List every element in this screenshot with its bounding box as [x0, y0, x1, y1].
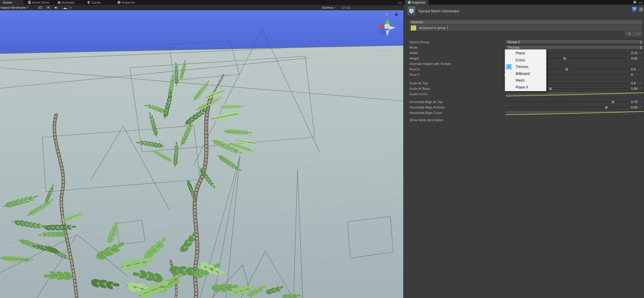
tab-asset-store[interactable]: Asset Store	[25, 0, 52, 5]
row-label: Scale At Top	[409, 81, 428, 85]
chevron-down-icon: ▾	[345, 6, 346, 9]
dropdown-option-plane[interactable]: Plane	[505, 50, 546, 57]
axis-x-label[interactable]: x	[375, 24, 377, 27]
scene-viewport[interactable]: y x z ‹ Persp	[0, 10, 403, 298]
search-placeholder: All	[346, 6, 350, 10]
image-icon	[63, 6, 68, 9]
slider-track[interactable]	[505, 107, 628, 108]
tab-scene[interactable]: Scene	[0, 0, 24, 5]
dropdown-option-mesh[interactable]: Mesh	[505, 77, 546, 84]
meshes-section-header[interactable]: Meshes	[409, 20, 642, 24]
gear-icon[interactable]	[639, 7, 643, 12]
dropdown-arrows-icon: ▲▼	[640, 46, 642, 50]
sprout-group-dropdown[interactable]: Group 1▲▼	[505, 40, 643, 44]
info-icon: i	[118, 1, 121, 4]
value-field[interactable]: 4.83	[630, 56, 643, 60]
audio-toggle[interactable]	[52, 5, 60, 10]
gizmos-dropdown[interactable]: Gizmos ▾	[320, 5, 337, 10]
tab-inspector[interactable]: i Inspector	[405, 0, 428, 5]
dropdown-option-tricross[interactable]: ✓ Tricross	[505, 63, 546, 70]
value-field[interactable]: 0	[630, 73, 643, 77]
row-label: Horizontal Align At Base	[409, 105, 445, 109]
option-label: Billboard	[516, 72, 530, 76]
value-field[interactable]: 0.9	[630, 81, 643, 85]
toolbar-divider	[35, 6, 35, 9]
slider-handle[interactable]	[549, 87, 552, 90]
row-label: Scale Curve	[409, 92, 427, 96]
curve-field[interactable]	[505, 92, 644, 97]
value-field[interactable]: 0.5	[630, 67, 643, 71]
orientation-gizmo[interactable]: y x z	[370, 10, 403, 45]
add-mesh-button[interactable]: +	[625, 31, 634, 37]
scene-tab-menu[interactable]: ▾≡	[398, 1, 402, 5]
speaker-icon	[54, 6, 58, 9]
mode-dropdown-popup: Plane Cross ✓ Tricross Billboard Mesh Pl…	[505, 49, 546, 91]
meshes-list-footer: + −	[625, 31, 643, 37]
value-field[interactable]: 3.16	[630, 51, 643, 55]
slider-track[interactable]	[505, 102, 628, 103]
menu-icon: ≡	[400, 1, 402, 5]
persp-label: Persp	[380, 48, 389, 51]
row-label: Sprout Group	[409, 40, 429, 44]
inspector-lock[interactable]	[633, 1, 636, 3]
effects-toggle[interactable]	[61, 5, 69, 10]
chevron-down-icon: ▾	[27, 6, 28, 9]
option-label: Plane X	[516, 85, 528, 89]
2d-toggle[interactable]: 2D	[36, 5, 44, 10]
projection-toggle[interactable]: ‹ Persp	[378, 47, 389, 52]
tab-animator[interactable]: Animator	[55, 0, 78, 5]
chevron-down-icon: ▾	[334, 6, 336, 9]
tab-inspector-label: Inspector	[412, 1, 426, 4]
draw-mode-dropdown[interactable]: haded Wireframe ▾	[0, 5, 34, 10]
inspector-panel: i Inspector ▾≡ Sprout Mesh Generator ?	[403, 0, 644, 298]
row-label: Override Height with Texture	[409, 62, 451, 66]
value-field[interactable]: 1.84	[630, 86, 643, 91]
inspector-tabbar: i Inspector ▾≡	[403, 0, 644, 5]
option-label: Mesh	[516, 78, 524, 83]
sun-icon: ☀	[47, 5, 50, 10]
component-header: Sprout Mesh Generator ?	[403, 5, 644, 18]
2d-label: 2D	[38, 6, 42, 9]
animator-icon	[58, 1, 60, 4]
effects-dropdown[interactable]: ▾	[69, 5, 72, 10]
draw-mode-label: haded Wireframe	[1, 6, 26, 9]
component-title: Sprout Mesh Generator	[418, 9, 459, 13]
dropdown-arrows-icon: ▲▼	[640, 40, 642, 44]
dropdown-option-billboard[interactable]: Billboard	[505, 70, 546, 77]
tab-inspector-left[interactable]: i Inspector	[115, 0, 138, 5]
mode-dropdown[interactable]: Tricross▲▼	[505, 45, 643, 50]
row-label: Pivot Y	[409, 73, 420, 76]
remove-mesh-button[interactable]: −	[634, 31, 642, 37]
help-icon[interactable]: ?	[632, 7, 637, 12]
curve-field[interactable]	[505, 111, 644, 116]
row-label: Height	[409, 57, 419, 60]
tab-animator-label: Animator	[62, 1, 75, 4]
axis-y-label[interactable]: y	[386, 12, 388, 15]
value-field[interactable]: 0.65	[630, 105, 643, 109]
scene-panel: Scene Asset Store Animator Game i Inspec…	[0, 0, 403, 298]
slider-handle[interactable]	[565, 68, 568, 71]
mesh-swatch	[411, 25, 417, 31]
scene-render	[0, 10, 403, 298]
inspector-tab-menu[interactable]: ▾≡	[639, 1, 643, 5]
option-label: Tricross	[516, 65, 528, 69]
meshes-list-item[interactable]: Assigned to group 1	[409, 24, 642, 31]
chevron-down-icon: ▾	[70, 6, 72, 9]
dropdown-option-cross[interactable]: Cross	[505, 57, 546, 64]
row-label: Mode	[409, 46, 418, 49]
axis-z-label[interactable]: z	[379, 34, 380, 37]
slider-handle[interactable]	[563, 57, 566, 60]
tab-inspector-left-label: Inspector	[122, 1, 135, 4]
scene-toolbar: haded Wireframe ▾ 2D ☀ ▾ Gizmos ▾	[0, 5, 403, 11]
row-label: Pivot X	[409, 67, 420, 71]
row-label: Show fields description	[409, 118, 443, 122]
scene-search-input[interactable]: ▾ All	[339, 5, 402, 10]
slider-handle[interactable]	[605, 106, 608, 109]
lighting-toggle[interactable]: ☀	[45, 5, 52, 10]
value-field[interactable]: 0.76	[630, 100, 643, 104]
scene-lock-icon[interactable]	[395, 14, 398, 16]
show-fields-description-checkbox[interactable]	[505, 118, 509, 122]
tab-game[interactable]: Game	[85, 0, 103, 5]
slider-handle[interactable]	[611, 100, 615, 104]
dropdown-option-plane-x[interactable]: Plane X	[505, 84, 546, 91]
